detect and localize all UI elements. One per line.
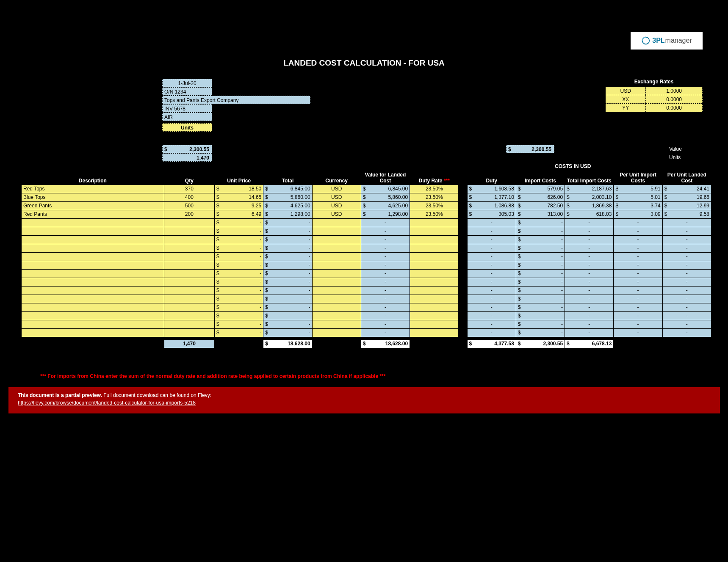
cell-pu-landed[interactable]: - [662, 244, 711, 252]
cell-qty[interactable] [164, 218, 214, 227]
cell-duty[interactable]: - [467, 235, 516, 244]
cell-total-import[interactable]: - [565, 235, 614, 244]
cell-duty[interactable]: - [467, 252, 516, 261]
cell-pu-import[interactable]: - [614, 244, 662, 252]
cell-duty-rate[interactable] [410, 244, 459, 252]
cell-import-costs[interactable]: $- [516, 278, 565, 286]
cell-currency[interactable] [312, 218, 361, 227]
cell-import-costs[interactable]: $- [516, 261, 565, 269]
cell-import-costs[interactable]: $- [516, 235, 565, 244]
cell-currency[interactable] [312, 252, 361, 261]
cell-unit-price[interactable]: $- [215, 244, 263, 252]
cell-total-import[interactable]: - [565, 278, 614, 286]
cell-value-landed[interactable]: $6,845.00 [361, 185, 410, 193]
cell-currency[interactable] [312, 244, 361, 252]
cell-duty-rate[interactable] [410, 303, 459, 311]
cell-import-costs[interactable]: $- [516, 252, 565, 261]
cell-pu-landed[interactable]: - [662, 218, 711, 227]
cell-unit-price[interactable]: $- [215, 311, 263, 320]
cell-qty[interactable]: 500 [164, 201, 214, 210]
cell-value-landed[interactable]: $1,298.00 [361, 210, 410, 218]
cell-qty[interactable] [164, 328, 214, 337]
cell-currency[interactable] [312, 311, 361, 320]
cell-total-import[interactable]: - [565, 218, 614, 227]
cell-total[interactable]: $- [263, 303, 312, 311]
cell-currency[interactable] [312, 286, 361, 295]
cell-duty-rate[interactable] [410, 252, 459, 261]
cell-import-costs[interactable]: $- [516, 244, 565, 252]
cell-pu-import[interactable]: - [614, 328, 662, 337]
cell-value-landed[interactable]: - [361, 252, 410, 261]
cell-pu-import[interactable]: - [614, 235, 662, 244]
cell-value-landed[interactable]: - [361, 269, 410, 278]
cell-import-costs[interactable]: $- [516, 303, 565, 311]
cell-duty-rate[interactable] [410, 235, 459, 244]
cell-duty-rate[interactable] [410, 227, 459, 235]
meta-invoice[interactable]: INV 5678 [162, 104, 212, 113]
cell-description[interactable]: Red Pants [22, 210, 164, 218]
cell-total[interactable]: $- [263, 269, 312, 278]
cell-total[interactable]: $- [263, 218, 312, 227]
cell-qty[interactable] [164, 235, 214, 244]
exchange-code[interactable]: XX [606, 95, 646, 104]
cell-value-landed[interactable]: - [361, 227, 410, 235]
cell-qty[interactable] [164, 261, 214, 269]
cell-unit-price[interactable]: $- [215, 328, 263, 337]
cell-pu-import[interactable]: - [614, 261, 662, 269]
exchange-code[interactable]: YY [606, 104, 646, 112]
cell-description[interactable] [22, 328, 164, 337]
cell-import-costs[interactable]: $- [516, 269, 565, 278]
cell-pu-landed[interactable]: $9.58 [662, 210, 711, 218]
cell-pu-import[interactable]: - [614, 303, 662, 311]
cell-pu-import[interactable]: - [614, 295, 662, 303]
cell-value-landed[interactable]: - [361, 261, 410, 269]
cell-pu-import[interactable]: - [614, 252, 662, 261]
cell-unit-price[interactable]: $- [215, 278, 263, 286]
cell-import-costs[interactable]: $579.05 [516, 185, 565, 193]
cell-qty[interactable] [164, 269, 214, 278]
cell-qty[interactable] [164, 244, 214, 252]
cell-unit-price[interactable]: $14.65 [215, 193, 263, 201]
cell-total[interactable]: $- [263, 244, 312, 252]
cell-unit-price[interactable]: $18.50 [215, 185, 263, 193]
cell-total[interactable]: $6,845.00 [263, 185, 312, 193]
cell-value-landed[interactable]: - [361, 286, 410, 295]
cell-qty[interactable] [164, 303, 214, 311]
cell-import-costs[interactable]: $- [516, 328, 565, 337]
cell-value-landed[interactable]: $5,860.00 [361, 193, 410, 201]
cell-pu-landed[interactable]: - [662, 320, 711, 328]
cell-description[interactable] [22, 303, 164, 311]
cell-duty-rate[interactable] [410, 328, 459, 337]
cell-pu-landed[interactable]: - [662, 328, 711, 337]
cell-currency[interactable]: USD [312, 185, 361, 193]
cell-pu-landed[interactable]: - [662, 227, 711, 235]
cell-pu-import[interactable]: - [614, 278, 662, 286]
cell-qty[interactable]: 400 [164, 193, 214, 201]
exchange-rate[interactable]: 1.0000 [646, 87, 703, 95]
cell-duty[interactable]: - [467, 303, 516, 311]
cell-total-import[interactable]: - [565, 328, 614, 337]
meta-company[interactable]: Tops and Pants Export Company [162, 96, 310, 104]
cell-value-landed[interactable]: - [361, 244, 410, 252]
cell-currency[interactable]: USD [312, 210, 361, 218]
cell-pu-landed[interactable]: $19.66 [662, 193, 711, 201]
cell-total-import[interactable]: - [565, 311, 614, 320]
cell-qty[interactable] [164, 320, 214, 328]
cell-currency[interactable] [312, 261, 361, 269]
cell-pu-landed[interactable]: - [662, 286, 711, 295]
cell-unit-price[interactable]: $- [215, 269, 263, 278]
cell-total[interactable]: $- [263, 320, 312, 328]
cell-total[interactable]: $4,625.00 [263, 201, 312, 210]
cell-description[interactable] [22, 235, 164, 244]
cell-duty-rate[interactable]: 23.50% [410, 201, 459, 210]
cell-unit-price[interactable]: $- [215, 227, 263, 235]
cell-currency[interactable]: USD [312, 193, 361, 201]
cell-total[interactable]: $- [263, 295, 312, 303]
cell-total[interactable]: $- [263, 252, 312, 261]
cell-duty-rate[interactable] [410, 218, 459, 227]
cell-currency[interactable]: USD [312, 201, 361, 210]
cell-duty[interactable]: - [467, 295, 516, 303]
cell-total-import[interactable]: - [565, 320, 614, 328]
cell-qty[interactable] [164, 278, 214, 286]
cell-unit-price[interactable]: $- [215, 295, 263, 303]
